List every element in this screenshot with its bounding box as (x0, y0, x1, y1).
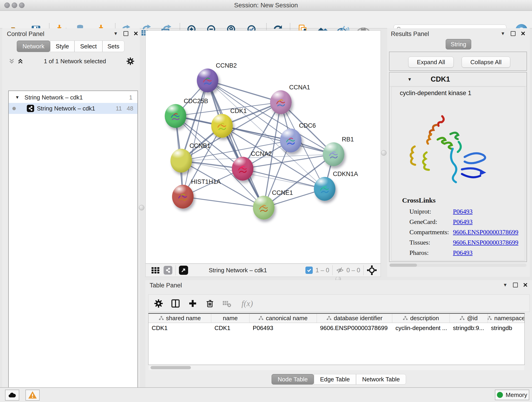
tab-string[interactable]: String (446, 39, 471, 50)
memory-button[interactable]: Memory (495, 390, 529, 400)
node-label-CCNE1: CCNE1 (272, 189, 293, 196)
collapse-all-chevron-icon[interactable] (17, 58, 24, 65)
network-tree-child-row[interactable]: String Network – cdk1 11 48 (9, 103, 138, 114)
network-tree-root-row[interactable]: ▼ String Network – cdk1 1 (9, 92, 138, 103)
delete-column-trash-icon[interactable] (204, 298, 216, 309)
network-edge[interactable] (183, 197, 264, 208)
control-panel: Control Panel ▼ Network Style Select Set… (2, 28, 140, 387)
tab-network[interactable]: Network (17, 41, 50, 52)
expand-all-button[interactable]: Expand All (408, 57, 454, 68)
crosslink-link[interactable]: 9606.ENSP00000378699 (453, 239, 518, 246)
column-header-name[interactable]: name (211, 314, 249, 323)
network-node-RB1[interactable] (323, 142, 344, 166)
crosslink-label: Compartments: (409, 229, 449, 236)
shared-column-icon (159, 316, 164, 321)
tab-network-table[interactable]: Network Table (356, 374, 406, 385)
entry-header-row[interactable]: ▼ CDK1 (389, 72, 526, 86)
grid-view-icon[interactable] (151, 266, 160, 275)
column-header-canonical-name[interactable]: canonical name (249, 314, 317, 323)
column-header-label: description (410, 315, 439, 322)
network-node-CCNB2[interactable] (197, 69, 218, 92)
table-hscrollbar-thumb[interactable] (151, 366, 191, 369)
warning-button[interactable] (25, 390, 40, 401)
selected-checkbox[interactable] (305, 267, 313, 274)
table-hscrollbar[interactable] (149, 365, 524, 370)
panel-menu-button[interactable]: ▼ (112, 30, 120, 37)
crosslink-link[interactable]: 9606.ENSP00000378699 (453, 229, 518, 236)
crosslink-link[interactable]: P06493 (453, 249, 473, 256)
tab-node-table[interactable]: Node Table (272, 374, 314, 385)
network-node-CDK1[interactable] (211, 114, 233, 138)
crosslink-link[interactable]: P06493 (453, 218, 473, 225)
expand-all-chevron-icon[interactable] (8, 58, 15, 65)
column-header-description[interactable]: description (392, 314, 450, 323)
network-node-CDC25B[interactable] (165, 104, 186, 128)
panel-menu-button[interactable]: ▼ (501, 281, 509, 288)
column-header-namespace[interactable]: namespace (488, 314, 525, 323)
column-header--id[interactable]: @id (450, 314, 488, 323)
table-toolbar: f(x) (148, 294, 530, 312)
delete-table-icon[interactable] (221, 298, 233, 309)
show-columns-icon[interactable] (170, 298, 181, 309)
results-scrollbar-track[interactable] (389, 264, 526, 267)
panel-close-button[interactable] (132, 30, 140, 37)
network-edge[interactable] (208, 80, 264, 208)
protein-thumbnail-icon (169, 109, 182, 122)
tree-expand-triangle[interactable]: ▼ (15, 95, 19, 100)
network-node-CDKN1A[interactable] (314, 177, 336, 201)
network-node-CCNA1[interactable] (270, 90, 292, 114)
window-zoom-circle[interactable] (19, 2, 25, 8)
panel-float-button[interactable] (511, 281, 519, 288)
panel-menu-button[interactable]: ▼ (499, 30, 507, 37)
crosslink-label: Uniprot: (409, 208, 431, 215)
tab-style[interactable]: Style (50, 41, 75, 52)
network-status-dot (12, 107, 16, 110)
window-close-circle[interactable] (4, 2, 10, 8)
create-column-plus-icon[interactable] (187, 298, 199, 309)
gear-icon[interactable] (126, 57, 135, 65)
column-header-shared-name[interactable]: shared name (148, 314, 211, 323)
shared-column-icon (460, 316, 465, 321)
open-in-window-icon[interactable] (179, 266, 188, 275)
network-view-canvas[interactable]: CCNB2CCNA1CDC25BCDK1CDC6RB1CCNB1CCNA2CDK… (146, 31, 381, 264)
network-icon-badge[interactable] (164, 266, 172, 274)
tab-edge-table[interactable]: Edge Table (314, 374, 356, 385)
panel-float-button[interactable] (509, 30, 517, 37)
network-edge[interactable] (243, 169, 325, 189)
network-node-CCNB1[interactable] (171, 149, 192, 172)
shared-column-icon (403, 316, 408, 321)
tab-sets[interactable]: Sets (102, 41, 124, 52)
cloud-button[interactable] (5, 390, 19, 401)
column-header-label: namespace (494, 315, 525, 322)
entry-collapse-triangle[interactable]: ▼ (407, 77, 412, 82)
node-label-CDC6: CDC6 (299, 122, 316, 129)
crosslink-link[interactable]: P06493 (453, 208, 473, 215)
node-label-CDC25B: CDC25B (184, 98, 208, 105)
panel-float-button[interactable] (122, 30, 130, 37)
table-cell: P06493 (249, 323, 317, 333)
crosslink-label: Tissues: (409, 239, 430, 246)
collapse-all-button[interactable]: Collapse All (462, 57, 510, 68)
crosslink-label: GeneCard: (409, 218, 437, 225)
panel-close-button[interactable] (519, 30, 527, 37)
tab-select[interactable]: Select (75, 41, 102, 52)
results-scrollbar-thumb[interactable] (389, 264, 417, 267)
right-splitter-grip[interactable] (381, 150, 386, 156)
memory-status-dot (497, 392, 503, 398)
column-header-label: @id (467, 315, 478, 322)
function-builder-button[interactable]: f(x) (237, 298, 258, 309)
table-settings-gear-icon[interactable] (152, 298, 165, 309)
left-splitter-grip[interactable] (139, 205, 144, 211)
column-header-label: shared name (166, 315, 201, 322)
panel-close-button[interactable] (521, 281, 529, 288)
window-minimize-circle[interactable] (12, 2, 17, 8)
network-node-CDC6[interactable] (280, 128, 302, 153)
network-node-HIST1H1A[interactable] (172, 185, 194, 209)
column-header-database-identifier[interactable]: database identifier (317, 314, 392, 323)
table-cell: stringdb:9... (450, 323, 488, 333)
network-node-CCNE1[interactable] (253, 196, 274, 220)
network-node-CCNA2[interactable] (232, 157, 253, 181)
close-icon (521, 32, 525, 36)
navigator-crosshair-icon[interactable] (367, 265, 377, 275)
network-edge[interactable] (208, 80, 281, 102)
